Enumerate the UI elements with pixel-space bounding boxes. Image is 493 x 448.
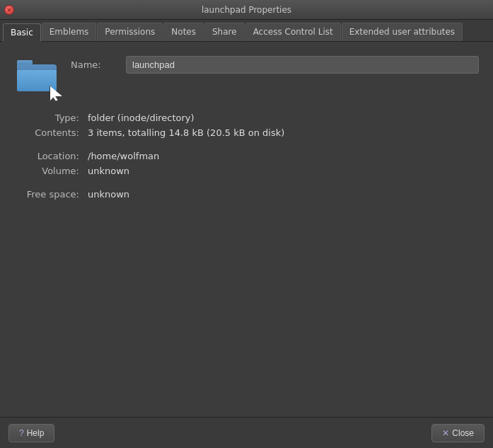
- folder-icon-container: [14, 53, 59, 98]
- contents-label: Contents:: [14, 127, 85, 138]
- properties-table: Type: folder (inode/directory) Contents:…: [14, 113, 479, 200]
- contents-value: 3 items, totalling 14.8 kB (20.5 kB on d…: [88, 127, 479, 138]
- help-button[interactable]: ? Help: [8, 424, 54, 442]
- tab-notes[interactable]: Notes: [163, 23, 204, 41]
- location-value: /home/wolfman: [88, 151, 479, 161]
- file-header: Name:: [14, 53, 479, 98]
- name-row: Name:: [71, 56, 479, 74]
- name-label: Name:: [71, 59, 120, 70]
- tab-permissions[interactable]: Permissions: [97, 23, 163, 41]
- help-label: Help: [27, 428, 45, 438]
- location-label: Location:: [14, 151, 85, 161]
- close-x-icon: ✕: [442, 428, 449, 438]
- close-icon: ×: [6, 6, 12, 13]
- freespace-label: Free space:: [14, 189, 85, 200]
- tab-acl[interactable]: Access Control List: [245, 23, 341, 41]
- window-close-button[interactable]: ×: [4, 5, 14, 15]
- spacer-1: [14, 142, 479, 147]
- close-label: Close: [452, 428, 474, 438]
- tab-share[interactable]: Share: [204, 23, 245, 41]
- window-title: launchpad Properties: [18, 5, 475, 15]
- titlebar: × launchpad Properties: [0, 0, 493, 20]
- footer: ? Help ✕ Close: [0, 417, 493, 448]
- type-label: Type:: [14, 113, 85, 123]
- tab-basic[interactable]: Basic: [3, 23, 41, 42]
- tab-bar: Basic Emblems Permissions Notes Share Ac…: [0, 20, 493, 42]
- main-content: Name: Type: folder (inode/directory) Con…: [0, 42, 493, 417]
- freespace-value: unknown: [88, 189, 479, 200]
- tab-emblems[interactable]: Emblems: [42, 23, 97, 41]
- volume-value: unknown: [88, 166, 479, 176]
- spacer-2: [14, 180, 479, 185]
- type-value: folder (inode/directory): [88, 113, 479, 123]
- close-button[interactable]: ✕ Close: [431, 424, 485, 442]
- volume-label: Volume:: [14, 166, 85, 176]
- help-icon: ?: [19, 428, 24, 438]
- name-input[interactable]: [126, 56, 479, 74]
- tab-eua[interactable]: Extended user attributes: [342, 23, 463, 41]
- name-section: Name:: [71, 53, 479, 74]
